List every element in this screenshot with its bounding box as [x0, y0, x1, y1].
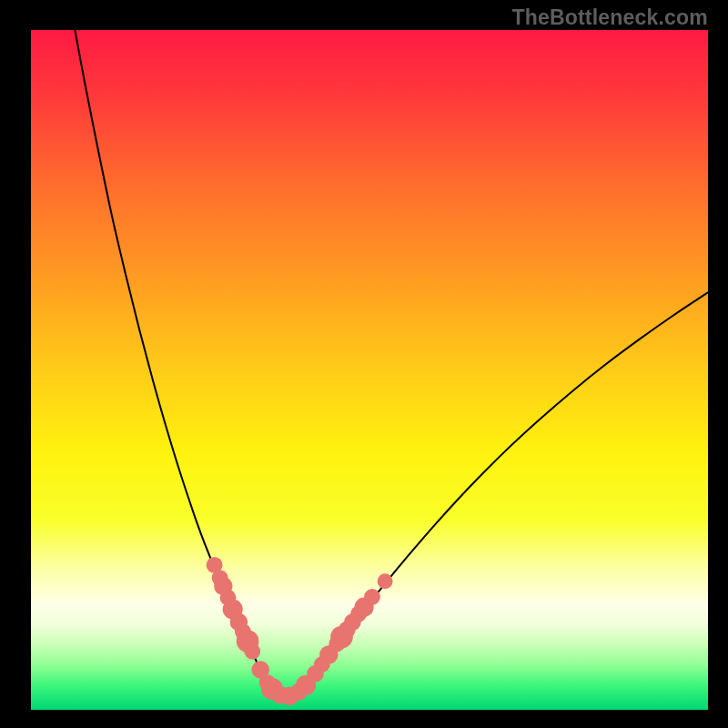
curve-layer: [31, 30, 708, 710]
data-point-marker: [364, 589, 380, 605]
data-point-marker: [378, 573, 393, 589]
plot-area: [31, 30, 708, 710]
data-point-marker: [244, 643, 260, 660]
watermark-text: TheBottleneck.com: [511, 5, 708, 30]
bottleneck-curve: [75, 30, 708, 699]
